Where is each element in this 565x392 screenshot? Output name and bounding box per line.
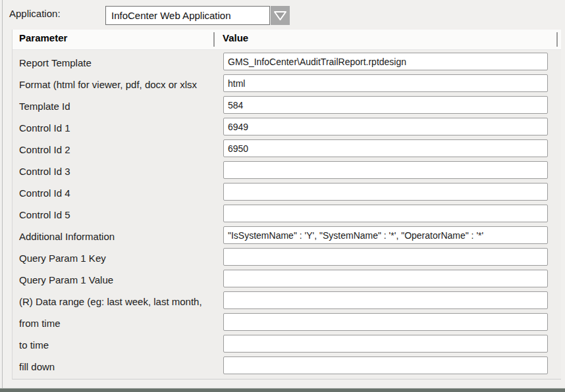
parameter-label: Template Id: [19, 100, 70, 111]
value-input[interactable]: [223, 356, 548, 374]
table-row: Template Id: [13, 95, 561, 116]
table-row: Control Id 4: [13, 182, 561, 203]
parameter-label: Additional Information: [19, 230, 115, 241]
column-divider: [556, 32, 558, 47]
table-row: fill down: [13, 355, 561, 377]
parameter-label: Format (html for viewer, pdf, docx or xl…: [19, 78, 197, 89]
parameter-label: to time: [19, 339, 49, 350]
parameter-label: (R) Data range (eg: last week, last mont…: [19, 295, 202, 306]
parameter-label: Control Id 1: [19, 122, 70, 133]
table-row: from time: [13, 312, 561, 333]
parameter-label: Report Template: [19, 57, 92, 68]
value-input[interactable]: [223, 74, 548, 92]
column-divider: [213, 32, 215, 47]
table-row: Query Param 1 Key: [13, 247, 561, 268]
value-input[interactable]: [223, 183, 548, 201]
column-header-value: Value: [223, 32, 248, 43]
value-input[interactable]: [223, 53, 548, 70]
parameter-label: Control Id 4: [19, 187, 70, 198]
value-input[interactable]: [223, 226, 548, 244]
parameter-label: Control Id 5: [19, 208, 70, 220]
parameter-label: from time: [19, 317, 61, 328]
value-input[interactable]: [223, 291, 548, 309]
table-row: Control Id 1: [13, 116, 561, 138]
application-label: Application:: [9, 8, 61, 19]
value-input[interactable]: [223, 248, 548, 266]
value-input[interactable]: [223, 161, 548, 179]
value-input[interactable]: [223, 270, 548, 287]
parameter-label: Query Param 1 Key: [19, 252, 106, 263]
table-row: Report Template: [13, 51, 561, 73]
table-row: (R) Data range (eg: last week, last mont…: [13, 290, 561, 312]
table-row: Format (html for viewer, pdf, docx or xl…: [13, 73, 561, 95]
table-body: Report Template Format (html for viewer,…: [13, 50, 561, 377]
column-header-parameter: Parameter: [19, 32, 67, 43]
table-row: Additional Information: [13, 225, 561, 247]
parameter-label: Control Id 2: [19, 143, 70, 155]
parameter-label: fill down: [19, 360, 55, 372]
table-row: Query Param 1 Value: [13, 268, 561, 290]
table-row: Control Id 3: [13, 160, 561, 182]
parameter-label: Control Id 3: [19, 165, 70, 176]
value-input[interactable]: [223, 139, 548, 157]
application-dropdown-button[interactable]: [271, 6, 290, 25]
value-input[interactable]: [223, 96, 548, 114]
chevron-down-icon: [273, 10, 287, 22]
value-input[interactable]: [223, 313, 548, 331]
value-input[interactable]: [223, 118, 548, 135]
window-left-edge: [2, 0, 3, 388]
application-selector-row: Application: InfoCenter Web Application: [0, 0, 565, 30]
application-dropdown-value[interactable]: InfoCenter Web Application: [105, 6, 270, 25]
value-input[interactable]: [223, 205, 548, 222]
table-row: to time: [13, 333, 561, 355]
value-input[interactable]: [223, 335, 548, 353]
parameter-table: Parameter Value Report Template Format (…: [12, 30, 561, 380]
table-header-row: Parameter Value: [13, 30, 561, 50]
application-dropdown[interactable]: InfoCenter Web Application: [105, 6, 290, 25]
table-row: Control Id 5: [13, 203, 561, 225]
parameter-label: Query Param 1 Value: [19, 274, 113, 285]
table-row: Control Id 2: [13, 138, 561, 160]
bottom-border-bar: [0, 388, 565, 392]
